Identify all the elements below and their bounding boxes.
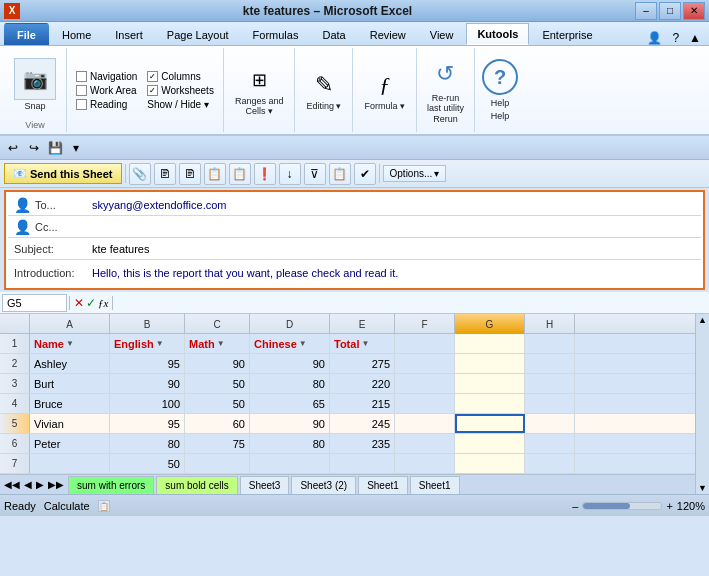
redo-button[interactable]: ↪ bbox=[25, 139, 43, 157]
paste-button[interactable]: 📋 bbox=[204, 163, 226, 185]
priority-button[interactable]: ↓ bbox=[279, 163, 301, 185]
cell-a7[interactable] bbox=[30, 454, 110, 473]
navigation-checkbox[interactable] bbox=[76, 71, 87, 82]
minimize-button[interactable]: – bbox=[635, 2, 657, 20]
col-header-h[interactable]: H bbox=[525, 314, 575, 334]
copy-button-1[interactable]: 🖹 bbox=[154, 163, 176, 185]
cell-c4[interactable]: 50 bbox=[185, 394, 250, 413]
copy-button-2[interactable]: 🖹 bbox=[179, 163, 201, 185]
cell-c7[interactable] bbox=[185, 454, 250, 473]
zoom-plus-button[interactable]: + bbox=[666, 500, 672, 512]
col-header-e[interactable]: E bbox=[330, 314, 395, 334]
close-button[interactable]: ✕ bbox=[683, 2, 705, 20]
cell-f1[interactable] bbox=[395, 334, 455, 353]
snap-button[interactable]: 📷 Snap bbox=[10, 54, 60, 115]
reading-checkbox[interactable] bbox=[76, 99, 87, 110]
cell-e3[interactable]: 220 bbox=[330, 374, 395, 393]
formula-button[interactable]: ƒ Formula ▾ bbox=[359, 67, 410, 114]
cell-d1[interactable]: Chinese▼ bbox=[250, 334, 330, 353]
cell-h5[interactable] bbox=[525, 414, 575, 433]
view-item-worksheets[interactable]: ✓ Worksheets bbox=[144, 84, 217, 97]
tab-formulas[interactable]: Formulas bbox=[242, 23, 310, 45]
tab-home[interactable]: Home bbox=[51, 23, 102, 45]
cell-g4[interactable] bbox=[455, 394, 525, 413]
address-button[interactable]: 📋 bbox=[329, 163, 351, 185]
col-header-f[interactable]: F bbox=[395, 314, 455, 334]
cell-e4[interactable]: 215 bbox=[330, 394, 395, 413]
cell-b4[interactable]: 100 bbox=[110, 394, 185, 413]
help-button[interactable]: ? Help Help bbox=[482, 59, 518, 121]
cell-g5[interactable] bbox=[455, 414, 525, 433]
vertical-scrollbar[interactable]: ▲ ▼ bbox=[695, 314, 709, 494]
intro-input[interactable] bbox=[88, 265, 701, 281]
cell-d3[interactable]: 80 bbox=[250, 374, 330, 393]
cell-c5[interactable]: 60 bbox=[185, 414, 250, 433]
tab-view[interactable]: View bbox=[419, 23, 465, 45]
send-sheet-button[interactable]: 📧 Send this Sheet bbox=[4, 163, 122, 184]
cell-f3[interactable] bbox=[395, 374, 455, 393]
cell-d6[interactable]: 80 bbox=[250, 434, 330, 453]
cell-b3[interactable]: 90 bbox=[110, 374, 185, 393]
tab-data[interactable]: Data bbox=[311, 23, 356, 45]
filter-button[interactable]: ⊽ bbox=[304, 163, 326, 185]
cell-c6[interactable]: 75 bbox=[185, 434, 250, 453]
col-header-b[interactable]: B bbox=[110, 314, 185, 334]
cell-c2[interactable]: 90 bbox=[185, 354, 250, 373]
cell-h2[interactable] bbox=[525, 354, 575, 373]
col-header-g[interactable]: G bbox=[455, 314, 525, 334]
sheet-last-button[interactable]: ▶▶ bbox=[46, 479, 66, 490]
tab-kutools[interactable]: Kutools bbox=[466, 23, 529, 45]
cell-f5[interactable] bbox=[395, 414, 455, 433]
sheet-tab-sum-errors[interactable]: sum with errors bbox=[68, 476, 154, 494]
scroll-up-button[interactable]: ▲ bbox=[698, 315, 707, 325]
tab-review[interactable]: Review bbox=[359, 23, 417, 45]
cell-a4[interactable]: Bruce bbox=[30, 394, 110, 413]
cell-reference-input[interactable] bbox=[2, 294, 67, 312]
col-header-a[interactable]: A bbox=[30, 314, 110, 334]
sheet-prev-button[interactable]: ◀ bbox=[22, 479, 34, 490]
tab-file[interactable]: File bbox=[4, 23, 49, 45]
rerun-button[interactable]: ↺ Re-runlast utility Rerun bbox=[423, 52, 468, 128]
save-button[interactable]: 💾 bbox=[46, 139, 64, 157]
subject-input[interactable] bbox=[88, 241, 701, 257]
to-input[interactable] bbox=[88, 197, 701, 213]
cell-c1[interactable]: Math▼ bbox=[185, 334, 250, 353]
insert-function-icon[interactable]: ƒx bbox=[98, 297, 108, 309]
view-item-columns[interactable]: ✓ Columns bbox=[144, 70, 217, 83]
cell-e5[interactable]: 245 bbox=[330, 414, 395, 433]
cell-d7[interactable] bbox=[250, 454, 330, 473]
cell-e6[interactable]: 235 bbox=[330, 434, 395, 453]
cell-g3[interactable] bbox=[455, 374, 525, 393]
help-ribbon-icon[interactable]: ? bbox=[668, 31, 683, 45]
view-item-navigation[interactable]: Navigation bbox=[73, 70, 140, 83]
ribbon-minimize-icon[interactable]: ▲ bbox=[685, 31, 705, 45]
cc-input[interactable] bbox=[88, 219, 701, 235]
zoom-minus-button[interactable]: – bbox=[572, 500, 578, 512]
col-header-c[interactable]: C bbox=[185, 314, 250, 334]
restore-button[interactable]: □ bbox=[659, 2, 681, 20]
sheet-tab-sheet1-2[interactable]: Sheet1 bbox=[410, 476, 460, 494]
zoom-slider[interactable] bbox=[582, 502, 662, 510]
cell-e1[interactable]: Total▼ bbox=[330, 334, 395, 353]
cell-h4[interactable] bbox=[525, 394, 575, 413]
sheet-tab-sum-bold[interactable]: sum bold cells bbox=[156, 476, 237, 494]
cell-e2[interactable]: 275 bbox=[330, 354, 395, 373]
cell-e7[interactable] bbox=[330, 454, 395, 473]
scroll-down-button[interactable]: ▼ bbox=[698, 483, 707, 493]
tab-enterprise[interactable]: Enterprise bbox=[531, 23, 603, 45]
cell-d4[interactable]: 65 bbox=[250, 394, 330, 413]
ranges-cells-button[interactable]: ⊞ Ranges andCells ▾ bbox=[230, 62, 289, 119]
view-item-workarea[interactable]: Work Area bbox=[73, 84, 140, 97]
flag-button[interactable]: ❗ bbox=[254, 163, 276, 185]
cell-h6[interactable] bbox=[525, 434, 575, 453]
editing-button[interactable]: ✎ Editing ▾ bbox=[301, 67, 346, 114]
qat-dropdown-button[interactable]: ▾ bbox=[67, 139, 85, 157]
cell-f7[interactable] bbox=[395, 454, 455, 473]
sheet-first-button[interactable]: ◀◀ bbox=[2, 479, 22, 490]
cell-b6[interactable]: 80 bbox=[110, 434, 185, 453]
cell-h7[interactable] bbox=[525, 454, 575, 473]
sheet-tab-sheet1[interactable]: Sheet1 bbox=[358, 476, 408, 494]
sheet-tab-sheet3-2[interactable]: Sheet3 (2) bbox=[291, 476, 356, 494]
cell-d5[interactable]: 90 bbox=[250, 414, 330, 433]
view-item-reading[interactable]: Reading bbox=[73, 98, 140, 111]
